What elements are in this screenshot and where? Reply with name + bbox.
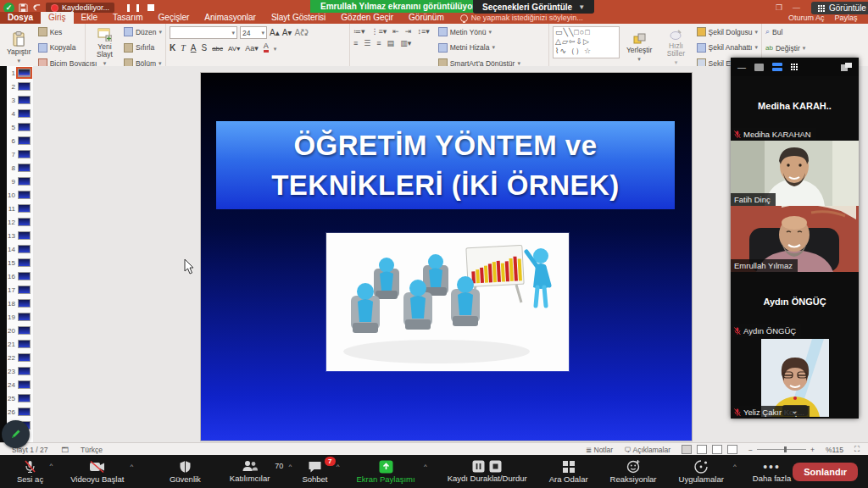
shadow-button[interactable]: S <box>201 43 207 53</box>
slide-canvas[interactable]: ÖĞRETİM YÖNTEM ve TEKNİKLERİ (İKİ ÖRNEK) <box>201 73 692 441</box>
video-options-chevron[interactable]: ^ <box>131 463 134 470</box>
slide-thumbnail[interactable]: 15 <box>7 256 33 269</box>
shapes-gallery[interactable]: ▭╲╲□○□△▱⇦⇩▷⌇∿（）☆ <box>553 26 620 58</box>
zoom-view-button[interactable]: Görüntüle <box>811 2 868 14</box>
slide-thumbnail[interactable]: 13 <box>7 229 33 242</box>
font-name-combobox[interactable]: ▾ <box>170 26 237 39</box>
tab-giris[interactable]: Giriş <box>41 12 74 24</box>
language-indicator[interactable]: Türkçe <box>81 446 103 454</box>
italic-button[interactable]: T <box>181 43 186 53</box>
share-screen-button[interactable]: Ekran Paylaşımı ^ <box>355 460 417 484</box>
justify-button[interactable]: ▤ <box>387 39 395 47</box>
slide-thumbnail[interactable]: 4 <box>7 107 33 120</box>
tell-me-box[interactable]: Ne yapmak istediğinizi söyleyin... <box>460 14 583 24</box>
stop-recording-toolbar-icon[interactable] <box>489 460 502 473</box>
slide-thumbnail-panel[interactable]: 1 2 3 4 5 6 7 8 <box>7 66 34 442</box>
slide-thumbnail[interactable]: 19 <box>7 310 33 324</box>
apps-button[interactable]: Uygulamalar ^ <box>677 460 726 484</box>
annotation-pencil-button[interactable] <box>2 420 30 448</box>
participant-tile-yeliz[interactable]: Yeliz Çakır Koç... ⌄ <box>731 337 859 419</box>
shape-fill-button[interactable]: Şekil Dolgusu▾ <box>697 27 759 36</box>
minimize-panel-icon[interactable]: — <box>737 63 746 72</box>
participant-tile-aydin[interactable]: Aydın ÖNGÜÇ Aydın ÖNGÜÇ <box>731 272 859 337</box>
tab-tasarim[interactable]: Tasarım <box>105 12 151 24</box>
gallery-view-icon[interactable] <box>791 64 798 70</box>
slide-title-box[interactable]: ÖĞRETİM YÖNTEM ve TEKNİKLERİ (İKİ ÖRNEK) <box>216 121 675 209</box>
share-link[interactable]: Paylaş <box>835 14 858 22</box>
stop-recording-icon[interactable] <box>147 4 154 11</box>
slide-thumbnail[interactable]: 8 <box>7 161 33 175</box>
zoom-in-icon[interactable]: + <box>810 446 815 454</box>
columns-button[interactable]: ▥▾ <box>400 39 411 47</box>
slide-thumbnail[interactable]: 5 <box>7 120 33 134</box>
slide-thumbnail[interactable]: 9 <box>7 175 33 188</box>
slideshow-view-icon[interactable] <box>727 445 737 454</box>
apps-chevron[interactable]: ^ <box>733 463 737 470</box>
shrink-font-button[interactable]: A▾ <box>282 28 292 37</box>
normal-view-icon[interactable] <box>682 445 692 454</box>
share-screen-chevron[interactable]: ^ <box>424 463 427 470</box>
sign-in-link[interactable]: Oturum Aç <box>788 14 825 22</box>
tab-slayt-gosterisi[interactable]: Slayt Gösterisi <box>264 12 333 24</box>
underline-button[interactable]: A <box>191 43 197 53</box>
align-text-button[interactable]: Metni Hizala▾ <box>438 43 520 53</box>
participants-button[interactable]: 70 Katılımcılar ^ <box>228 460 272 483</box>
save-icon[interactable] <box>19 3 28 13</box>
slide-thumbnail[interactable]: 1 <box>7 66 33 80</box>
tab-gecisler[interactable]: Geçişler <box>151 12 198 24</box>
participant-tile-mediha[interactable]: Mediha KARAH.. Mediha KARAHAN <box>731 76 859 141</box>
slide-sorter-view-icon[interactable] <box>697 445 707 454</box>
replace-button[interactable]: abDeğiştir▾ <box>765 44 805 53</box>
slide-thumbnail[interactable]: 16 <box>7 269 33 283</box>
pause-recording-icon[interactable] <box>127 4 139 12</box>
layout-button[interactable]: Düzen▾ <box>124 27 162 36</box>
slide-thumbnail[interactable]: 6 <box>7 134 33 147</box>
grow-font-button[interactable]: A▴ <box>270 28 280 37</box>
participants-chevron[interactable]: ^ <box>289 463 292 470</box>
slide-thumbnail[interactable]: 14 <box>7 242 33 256</box>
tab-ekle[interactable]: Ekle <box>74 12 105 24</box>
strip-view-icon[interactable] <box>772 63 782 71</box>
speaker-view-icon[interactable] <box>754 64 764 71</box>
slide-thumbnail[interactable]: 21 <box>7 337 33 351</box>
font-size-combobox[interactable]: 24▾ <box>240 26 267 39</box>
font-color-button[interactable]: A <box>264 42 269 53</box>
popout-icon[interactable] <box>841 63 852 71</box>
arrange-button[interactable]: Yerleştir▾ <box>623 26 655 69</box>
breakout-rooms-button[interactable]: Ara Odalar <box>548 460 590 484</box>
align-right-button[interactable]: ≡ <box>376 39 381 47</box>
mic-options-chevron[interactable]: ^ <box>49 462 53 469</box>
start-video-button[interactable]: Videoyu Başlat ^ <box>69 460 125 484</box>
more-button[interactable]: ••• Daha fazla <box>751 461 793 483</box>
unmute-button[interactable]: Sesi aç ^ <box>15 459 45 484</box>
reading-view-icon[interactable] <box>712 445 722 454</box>
new-slide-button[interactable]: Yeni Slayt▾ <box>89 26 120 69</box>
line-spacing-button[interactable]: ↕≡▾ <box>417 27 429 36</box>
change-case-button[interactable]: Aa▾ <box>245 44 259 53</box>
recording-controls-button[interactable]: Kaydı Duraklat/Durdur <box>446 460 529 483</box>
fit-to-window-icon[interactable]: ⛶ <box>854 445 860 454</box>
notes-toggle[interactable]: ≣ Notlar <box>586 446 613 454</box>
slide-clipart-image[interactable] <box>326 233 569 371</box>
slide-thumbnail[interactable]: 24 <box>7 378 33 391</box>
numbering-button[interactable]: ⋮≡▾ <box>371 27 387 36</box>
restore-window-icon[interactable]: ❐ <box>776 3 782 12</box>
window-controls[interactable]: ❐ — <box>776 3 800 12</box>
quick-styles-button[interactable]: Hızlı Stiller▾ <box>659 26 693 69</box>
minimize-window-icon[interactable]: — <box>793 3 800 12</box>
chat-button[interactable]: 7 Sohbet ^ <box>300 460 329 484</box>
slide-thumbnail[interactable]: 23 <box>7 364 33 378</box>
slide-thumbnail[interactable]: 12 <box>7 215 33 229</box>
character-spacing-button[interactable]: AV▾ <box>228 45 240 53</box>
bullets-button[interactable]: ≔▾ <box>353 27 365 36</box>
slide-thumbnail[interactable]: 3 <box>7 93 33 107</box>
end-meeting-button[interactable]: Sonlandır <box>793 463 858 481</box>
participant-tile-fatih[interactable]: Fatih Dinç <box>731 141 859 206</box>
slide-thumbnail[interactable]: 25 <box>7 391 33 405</box>
security-button[interactable]: Güvenlik <box>168 460 203 484</box>
clear-formatting-button[interactable]: A🗘 <box>294 28 309 37</box>
bold-button[interactable]: K <box>170 43 175 53</box>
collapse-tiles-chevron[interactable]: ⌄ <box>782 405 808 416</box>
undo-icon[interactable] <box>32 3 42 13</box>
slide-thumbnail[interactable]: 26 <box>7 405 33 419</box>
